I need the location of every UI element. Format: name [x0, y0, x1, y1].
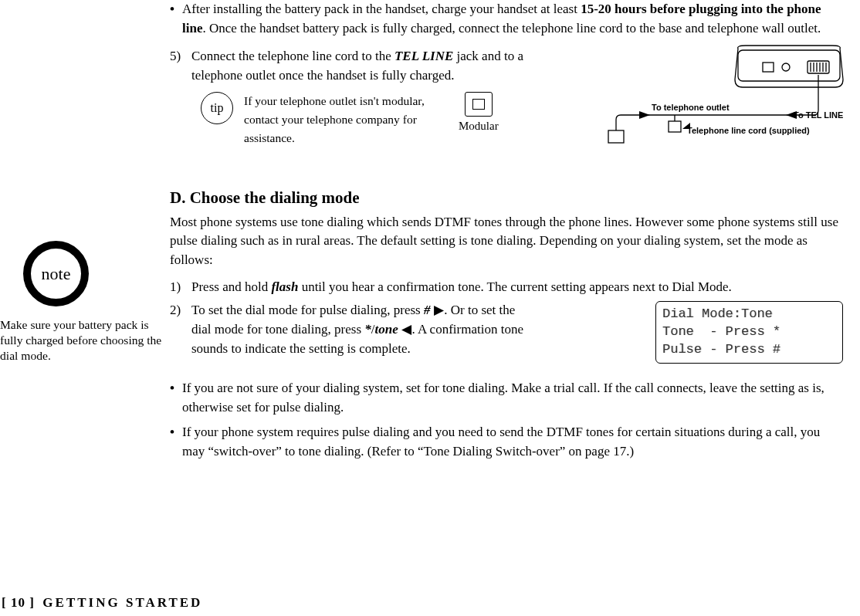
tip-text: If your telephone outlet isn't modular, …: [244, 92, 445, 147]
diagram-label-outlet: To telephone outlet: [652, 103, 730, 112]
bullet-charge: • After installing the battery pack in t…: [170, 0, 843, 38]
flash-key: flash: [271, 279, 298, 294]
note-icon: note: [23, 241, 89, 306]
step-2: 2) To set the dial mode for pulse dialin…: [170, 301, 646, 358]
heading-d: D. Choose the dialing mode: [170, 186, 843, 209]
svg-rect-11: [669, 121, 681, 132]
diagram-label-telline: To TEL LINE: [794, 110, 843, 120]
bullet-not-sure: • If you are not sure of your dialing sy…: [170, 379, 843, 417]
note-text: Make sure your battery pack is fully cha…: [0, 317, 166, 364]
modular-label: Modular: [459, 118, 499, 135]
note-icon-label: note: [23, 241, 89, 306]
tip-block: tip If your telephone outlet isn't modul…: [201, 92, 577, 147]
star-key: *: [364, 322, 371, 337]
left-arrow-icon: ◀: [398, 322, 412, 337]
svg-rect-10: [608, 130, 624, 143]
modular-jack-illustration: Modular: [459, 92, 499, 135]
step-number: 1): [170, 278, 191, 297]
section-title: GETTING STARTED: [42, 595, 202, 610]
step-number: 5): [170, 47, 191, 85]
base-connection-diagram: To telephone outlet Telephone line cord …: [584, 44, 846, 175]
d-intro: Most phone systems use tone dialing whic…: [170, 213, 843, 270]
diagram-label-cord: Telephone line cord (supplied): [687, 126, 810, 135]
step-5: 5) Connect the telephone line cord to th…: [170, 47, 577, 85]
page-number: [ 10 ]: [2, 595, 35, 610]
text: After installing the battery pack in the…: [182, 2, 581, 16]
text: . Once the handset battery pack is fully…: [202, 21, 821, 36]
right-arrow-icon: ▶: [430, 303, 444, 317]
sidebar-note: note Make sure your battery pack is full…: [0, 241, 166, 364]
step-number: 2): [170, 301, 191, 358]
tel-line-label: TEL LINE: [394, 49, 453, 63]
tone-key: tone: [375, 322, 398, 337]
svg-rect-9: [763, 63, 774, 72]
svg-point-8: [782, 63, 790, 71]
bullet-switchover: • If your phone system requires pulse di…: [170, 423, 843, 461]
tip-icon: tip: [201, 92, 233, 124]
lcd-display: Dial Mode:Tone Tone - Press * Pulse - Pr…: [655, 301, 843, 364]
page-footer: [ 10 ] GETTING STARTED: [2, 594, 202, 613]
step-1: 1) Press and hold flash until you hear a…: [170, 278, 843, 297]
